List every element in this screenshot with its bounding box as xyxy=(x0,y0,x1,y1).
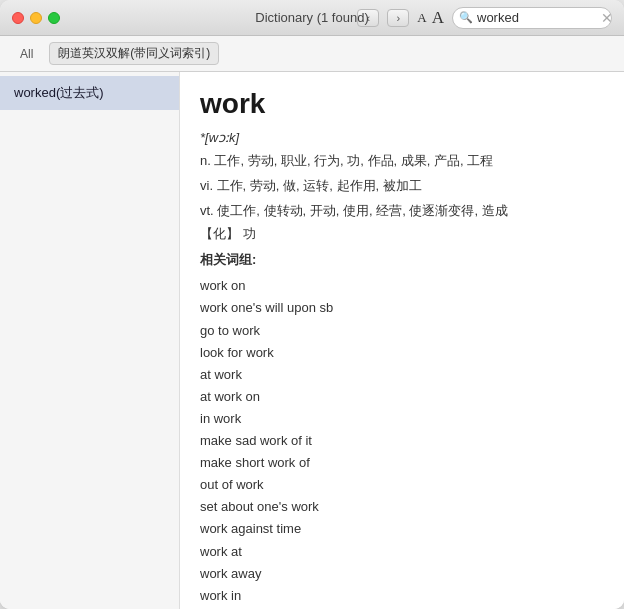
close-button[interactable] xyxy=(12,12,24,24)
sidebar-item-worked[interactable]: worked(过去式) xyxy=(0,76,179,110)
minimize-button[interactable] xyxy=(30,12,42,24)
font-size-controls: A A xyxy=(417,8,444,28)
definition-n: n. 工作, 劳动, 职业, 行为, 功, 作品, 成果, 产品, 工程 xyxy=(200,151,604,172)
font-increase-button[interactable]: A xyxy=(432,8,444,28)
phrase-item[interactable]: make sad work of it xyxy=(200,430,604,452)
definition-vt: vt. 使工作, 使转动, 开动, 使用, 经营, 使逐渐变得, 造成 xyxy=(200,201,604,222)
traffic-lights xyxy=(12,12,60,24)
phrase-item[interactable]: look for work xyxy=(200,342,604,364)
phrase-item[interactable]: in work xyxy=(200,408,604,430)
phrase-item[interactable]: at work xyxy=(200,364,604,386)
search-box: 🔍 ✕ xyxy=(452,7,612,29)
phrase-item[interactable]: make short work of xyxy=(200,452,604,474)
related-phrases-title: 相关词组: xyxy=(200,251,604,269)
phrase-item[interactable]: set about one's work xyxy=(200,496,604,518)
phrase-item[interactable]: work in xyxy=(200,585,604,607)
window-title: Dictionary (1 found) xyxy=(255,10,368,25)
phrase-item[interactable]: at work on xyxy=(200,386,604,408)
phrase-item[interactable]: work one's will upon sb xyxy=(200,297,604,319)
main-area: worked(过去式) work *[wɔːk] n. 工作, 劳动, 职业, … xyxy=(0,72,624,609)
phrase-item[interactable]: work against time xyxy=(200,518,604,540)
all-button[interactable]: All xyxy=(12,45,41,63)
phrase-item[interactable]: work at xyxy=(200,541,604,563)
search-clear-icon[interactable]: ✕ xyxy=(601,10,613,26)
phrase-item[interactable]: work on xyxy=(200,275,604,297)
forward-button[interactable]: › xyxy=(387,9,409,27)
titlebar-controls: ‹ › A A 🔍 ✕ xyxy=(357,7,612,29)
phrases-list: work onwork one's will upon sbgo to work… xyxy=(200,275,604,609)
content-area: work *[wɔːk] n. 工作, 劳动, 职业, 行为, 功, 作品, 成… xyxy=(180,72,624,609)
titlebar: Dictionary (1 found) ‹ › A A 🔍 ✕ xyxy=(0,0,624,36)
search-icon: 🔍 xyxy=(459,11,473,24)
phrase-item[interactable]: go to work xyxy=(200,320,604,342)
phrase-item[interactable]: work away xyxy=(200,563,604,585)
word-title: work xyxy=(200,88,604,120)
search-input[interactable] xyxy=(477,10,597,25)
toolbar: All 朗道英汉双解(带同义词索引) xyxy=(0,36,624,72)
dictionary-tag[interactable]: 朗道英汉双解(带同义词索引) xyxy=(49,42,219,65)
phrase-item[interactable]: out of work xyxy=(200,474,604,496)
chemistry-note: 【化】 功 xyxy=(200,225,604,243)
maximize-button[interactable] xyxy=(48,12,60,24)
pronunciation: *[wɔːk] xyxy=(200,130,604,145)
sidebar: worked(过去式) xyxy=(0,72,180,609)
font-decrease-button[interactable]: A xyxy=(417,10,426,26)
definition-vi: vi. 工作, 劳动, 做, 运转, 起作用, 被加工 xyxy=(200,176,604,197)
